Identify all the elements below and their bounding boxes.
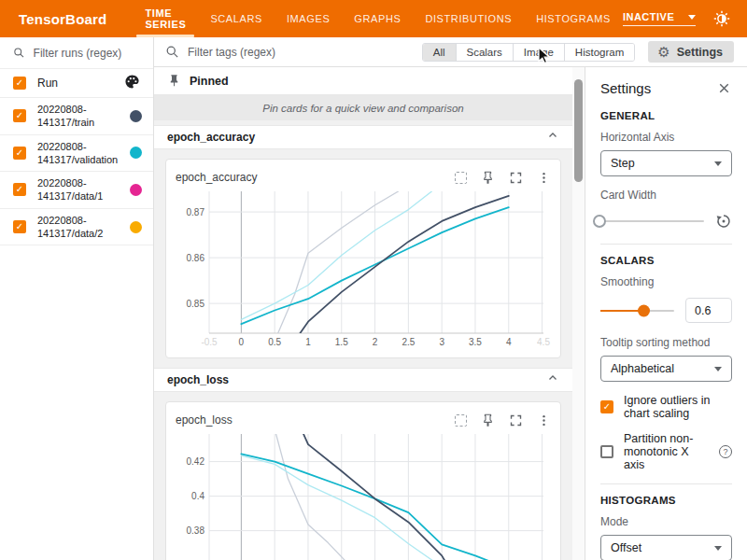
gear-icon: ⚙ (657, 45, 669, 59)
select-all-runs-checkbox[interactable]: ✓ (13, 77, 26, 90)
run-color-dot[interactable] (130, 184, 142, 196)
runs-header-label: Run (37, 77, 58, 90)
close-icon[interactable] (716, 80, 732, 96)
filter-runs-row (0, 37, 153, 69)
card-width-slider[interactable] (600, 220, 704, 222)
run-label: 20220808-141317/data/1 (37, 176, 126, 203)
section-title: GENERAL (600, 110, 732, 121)
pin-icon (167, 74, 181, 88)
fit-domain-icon[interactable] (455, 172, 467, 184)
epoch-loss-chart[interactable]: 0.360.380.40.4200.511.522.533.54 (176, 430, 551, 560)
search-icon (13, 46, 25, 60)
fit-domain-icon[interactable] (455, 414, 467, 427)
pin-icon[interactable] (481, 413, 495, 427)
run-checkbox[interactable]: ✓ (13, 220, 26, 233)
fullscreen-icon[interactable] (509, 171, 523, 185)
filter-chip-histogram[interactable]: Histogram (564, 44, 634, 61)
mouse-cursor (538, 47, 553, 65)
help-icon[interactable]: ? (719, 445, 732, 458)
svg-text:4.5: 4.5 (537, 337, 550, 347)
more-options-icon[interactable] (537, 413, 551, 427)
run-color-dot[interactable] (130, 110, 142, 122)
svg-text:2.5: 2.5 (402, 337, 415, 347)
svg-text:0.42: 0.42 (187, 456, 205, 467)
slider-knob[interactable] (593, 215, 606, 228)
run-checkbox[interactable]: ✓ (13, 109, 26, 122)
chevron-down-icon (688, 15, 696, 20)
section-header-epoch-loss[interactable]: epoch_loss (154, 368, 572, 392)
horizontal-axis-select[interactable]: Step (600, 150, 732, 176)
tab-distributions[interactable]: DISTRIBUTIONS (413, 0, 524, 37)
svg-text:3.5: 3.5 (469, 337, 482, 347)
filter-tags-input[interactable] (188, 46, 422, 59)
app-logo: TensorBoard (0, 0, 133, 37)
run-row-train[interactable]: ✓ 20220808-141317/train (0, 98, 153, 135)
smoothing-slider[interactable] (600, 310, 674, 312)
run-color-dot[interactable] (130, 147, 142, 159)
chevron-down-icon (714, 161, 722, 166)
run-row-validation[interactable]: ✓ 20220808-141317/validation (0, 135, 153, 173)
status-dropdown[interactable]: INACTIVE (623, 11, 696, 26)
run-row-data-2[interactable]: ✓ 20220808-141317/data/2 (0, 209, 153, 246)
slider-knob[interactable] (638, 304, 650, 316)
tab-histograms[interactable]: HISTOGRAMS (524, 0, 623, 37)
settings-panel-title: Settings (600, 80, 651, 96)
filter-runs-input[interactable] (34, 47, 140, 60)
scrollbar-thumb[interactable] (574, 79, 583, 182)
chevron-down-icon (714, 367, 722, 371)
partition-x-axis-row[interactable]: ✓ Partition non-monotonic X axis ? (600, 432, 732, 471)
vertical-scrollbar[interactable] (572, 67, 585, 560)
run-checkbox[interactable]: ✓ (13, 183, 26, 196)
status-value: INACTIVE (623, 11, 674, 22)
horizontal-axis-label: Horizontal Axis (600, 131, 732, 144)
chevron-up-icon[interactable] (546, 371, 559, 388)
histogram-mode-select[interactable]: Offset (600, 535, 732, 560)
cards-scroll-area: Pinned Pin cards for a quick view and co… (154, 67, 572, 560)
ignore-outliers-checkbox[interactable]: ✓ (600, 400, 613, 413)
fullscreen-icon[interactable] (509, 413, 523, 427)
run-label: 20220808-141317/data/2 (37, 214, 126, 241)
brightness-icon[interactable] (713, 10, 730, 27)
settings-button[interactable]: ⚙ Settings (648, 41, 734, 63)
card-title: epoch_loss (176, 413, 233, 427)
settings-section-scalars: SCALARS Smoothing 0.6 Tooltip sorting me… (600, 244, 732, 483)
card-title: epoch_accuracy (176, 171, 257, 184)
mode-label: Mode (600, 515, 732, 528)
tab-graphs[interactable]: GRAPHS (342, 0, 413, 37)
tab-time-series[interactable]: TIME SERIES (133, 0, 198, 37)
section-title: SCALARS (600, 255, 732, 266)
run-checkbox[interactable]: ✓ (13, 147, 26, 160)
svg-text:1.5: 1.5 (335, 337, 348, 347)
smoothing-label: Smoothing (600, 275, 732, 288)
scalar-card-epoch-accuracy: epoch_accuracy 0.850.860.8700.511.522.53… (165, 159, 561, 358)
svg-text:0.85: 0.85 (187, 299, 205, 309)
app-header: TensorBoard TIME SERIES SCALARS IMAGES G… (0, 0, 747, 37)
settings-section-histograms: HISTOGRAMS Mode Offset (600, 483, 732, 560)
tooltip-sorting-select[interactable]: Alphabetical (600, 356, 732, 382)
section-title: epoch_accuracy (167, 131, 255, 144)
run-row-data-1[interactable]: ✓ 20220808-141317/data/1 (0, 172, 153, 209)
ignore-outliers-row[interactable]: ✓ Ignore outliers in chart scaling (600, 394, 732, 420)
smoothing-value-input[interactable]: 0.6 (685, 298, 732, 323)
epoch-accuracy-chart[interactable]: 0.850.860.8700.511.522.533.54-0.54.5 (176, 188, 551, 350)
settings-panel: Settings GENERAL Horizontal Axis Step Ca… (585, 67, 747, 560)
svg-text:2: 2 (373, 337, 378, 347)
palette-icon[interactable] (124, 74, 140, 93)
chevron-up-icon[interactable] (546, 129, 559, 146)
pin-icon[interactable] (481, 171, 495, 185)
run-color-dot[interactable] (130, 221, 142, 233)
filter-chip-scalars[interactable]: Scalars (456, 44, 513, 61)
filter-chip-all[interactable]: All (423, 44, 456, 61)
tab-images[interactable]: IMAGES (275, 0, 342, 37)
partition-x-axis-checkbox[interactable]: ✓ (600, 445, 613, 458)
reset-icon[interactable] (715, 213, 732, 230)
more-options-icon[interactable] (537, 171, 551, 185)
pinned-empty-hint: Pin cards for a quick view and compariso… (154, 95, 572, 120)
chevron-down-icon (714, 546, 722, 551)
top-nav: TIME SERIES SCALARS IMAGES GRAPHS DISTRI… (133, 0, 622, 37)
tab-scalars[interactable]: SCALARS (198, 0, 275, 37)
runs-sidebar: ✓ Run ✓ 20220808-141317/train ✓ 20220808… (0, 37, 154, 560)
svg-text:0.4: 0.4 (191, 491, 204, 501)
section-header-epoch-accuracy[interactable]: epoch_accuracy (154, 125, 572, 149)
svg-text:1: 1 (305, 337, 311, 347)
